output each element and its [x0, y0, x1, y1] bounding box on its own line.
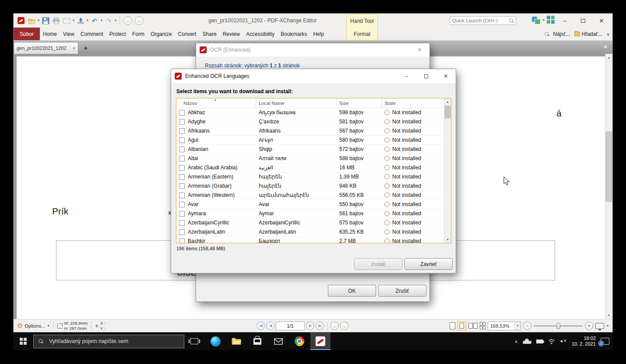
zoom-in-button[interactable]: + [585, 322, 593, 330]
taskbar-search-box[interactable]: Vyhľadávaný pojem napíšte sem [33, 335, 184, 348]
table-header[interactable]: ▲ Názov Local Name Size State [176, 98, 451, 108]
file-explorer-button[interactable] [226, 332, 246, 350]
ocr-dialog-titlebar[interactable]: OCR (Enhanced) ✕ [196, 43, 429, 56]
fit-page-icon[interactable] [457, 322, 466, 330]
language-row[interactable]: Armenian (Western)արեւմտահայերէն556,05 K… [176, 191, 451, 200]
menu-item-help[interactable]: Help [310, 28, 327, 40]
zoom-slider[interactable] [534, 322, 583, 330]
battery-icon[interactable] [536, 340, 543, 343]
zoom-combo[interactable]: 168,53% ▾ [488, 322, 521, 330]
ui-options-dropdown-icon[interactable]: ▾ [543, 18, 545, 22]
options-dropdown-icon[interactable]: ▾ [48, 324, 49, 328]
action-center-icon[interactable]: 1 [601, 338, 609, 345]
language-checkbox[interactable] [179, 147, 185, 152]
column-header-local-name[interactable]: Local Name [256, 98, 337, 108]
language-row[interactable]: AlbanianShqip572 bajtovNot installed [176, 145, 451, 154]
next-view-button[interactable]: → [340, 322, 348, 330]
view-dropdown-icon[interactable]: ▾ [607, 324, 608, 328]
options-gear-icon[interactable]: ⚙ [17, 322, 23, 329]
email-icon[interactable] [62, 16, 71, 25]
language-row[interactable]: Armenian (Grabar)հայերէն948 KBNot instal… [176, 182, 451, 191]
show-hidden-icons-button[interactable]: ∧ [515, 339, 518, 344]
tab-close-icon[interactable]: × [73, 46, 75, 51]
ui-options-icon[interactable] [531, 15, 541, 25]
language-checkbox[interactable] [179, 202, 185, 207]
open-folder-icon[interactable] [27, 16, 36, 25]
menu-item-view[interactable]: View [60, 28, 77, 40]
pdf-xchange-app-button[interactable] [310, 332, 331, 350]
menu-item-organize[interactable]: Organize [148, 28, 175, 40]
clock[interactable]: 18:02 10. 2. 2021 [572, 336, 596, 347]
language-row[interactable]: BashkirБашҡорт2,7 MBNot installed [176, 237, 451, 243]
task-view-button[interactable] [184, 332, 204, 350]
first-page-button[interactable]: |◀ [257, 322, 265, 330]
previous-view-button[interactable]: ← [331, 322, 339, 330]
language-row[interactable]: AvarAvar550 bajtovNot installed [176, 200, 451, 209]
table-scrollbar[interactable]: ▲ ▼ [444, 98, 451, 243]
language-row[interactable]: AdygheÇ'axıbze581 bajtovNot installed [176, 117, 451, 126]
menu-item-comment[interactable]: Comment [77, 28, 106, 40]
maximize-button[interactable] [574, 14, 592, 28]
open-dropdown-icon[interactable]: ▾ [38, 19, 39, 22]
menu-item-form[interactable]: Form [129, 28, 148, 40]
volume-muted-icon[interactable] [560, 339, 567, 344]
menu-item-share[interactable]: Share [200, 28, 220, 40]
dialog-maximize-icon[interactable] [416, 69, 436, 83]
install-button[interactable]: Install [354, 258, 402, 270]
zoom-slider-thumb[interactable] [556, 323, 560, 329]
language-checkbox[interactable] [179, 119, 185, 125]
multi-page-view-icon[interactable] [480, 322, 485, 329]
language-row[interactable]: AbkhazАҧсуа бызшәа598 bajtovNot installe… [176, 108, 451, 117]
ocr-close-icon[interactable]: ✕ [410, 43, 429, 56]
network-icon[interactable] [548, 339, 555, 344]
menu-item-sbor[interactable]: Súbor [14, 28, 40, 40]
quick-launch-box[interactable] [450, 16, 516, 25]
redo-dropdown-icon[interactable]: ▾ [115, 19, 116, 22]
page-number-field[interactable] [276, 322, 305, 330]
save-icon[interactable] [41, 16, 50, 25]
email-dropdown-icon[interactable]: ▾ [73, 19, 74, 22]
close-document-icon[interactable]: ✕ [601, 42, 610, 51]
language-checkbox[interactable] [179, 128, 185, 134]
language-checkbox[interactable] [179, 110, 185, 116]
minimize-button[interactable]: – [556, 14, 574, 28]
language-row[interactable]: AzerbaijaniLatinAzerbaijaniLatin635,25 K… [176, 228, 451, 237]
language-checkbox[interactable] [179, 211, 185, 217]
options-button[interactable]: Options... [25, 323, 45, 329]
last-page-button[interactable]: ▶| [316, 322, 324, 330]
vertical-scrollbar[interactable]: ▲ ▼ [605, 54, 612, 319]
scrollbar-thumb[interactable] [606, 132, 612, 202]
language-row[interactable]: AymaraAymar561 bajtovNot installed [176, 209, 451, 218]
hand-tool-button[interactable]: Hand Tool [346, 14, 378, 28]
find-button[interactable]: Nájsť... [544, 31, 570, 37]
language-row[interactable]: AfrikaansAfrikaans567 bajtovNot installe… [176, 126, 451, 136]
upload-icon[interactable] [76, 16, 85, 25]
close-dialog-button[interactable]: Zavrieť [404, 258, 453, 270]
language-checkbox[interactable] [179, 137, 185, 143]
menu-item-home[interactable]: Home [40, 28, 60, 40]
column-header-size[interactable]: Size [337, 98, 382, 108]
new-tab-button[interactable]: + [81, 43, 91, 52]
quick-launch-input[interactable] [450, 18, 509, 23]
menu-item-review[interactable]: Review [220, 28, 243, 40]
onedrive-icon[interactable] [523, 339, 531, 344]
language-checkbox[interactable] [179, 238, 185, 244]
next-page-button[interactable]: ▶ [306, 322, 314, 330]
language-checkbox[interactable] [179, 183, 185, 189]
languages-dialog-titlebar[interactable]: Enhanced OCR Languages – ✕ [171, 69, 456, 83]
column-header-state[interactable]: State [382, 98, 445, 108]
language-checkbox[interactable] [179, 192, 185, 198]
menu-item-protect[interactable]: Protect [106, 28, 129, 40]
language-row[interactable]: AgulАгъул580 bajtovNot installed [176, 136, 451, 145]
close-button[interactable]: ✕ [592, 14, 611, 28]
menu-item-convert[interactable]: Convert [175, 28, 200, 40]
launch-applications-icon[interactable] [547, 16, 556, 24]
language-row[interactable]: AltaiАлтай тили588 bajtovNot installed [176, 154, 451, 163]
tab-format[interactable]: Format [346, 28, 378, 41]
language-checkbox[interactable] [179, 174, 185, 180]
language-checkbox[interactable] [179, 220, 185, 226]
scroll-down-icon[interactable]: ▼ [605, 312, 612, 319]
zoom-dropdown-icon[interactable]: ▾ [514, 322, 520, 330]
two-page-view-icon[interactable] [468, 323, 478, 329]
fullscreen-icon[interactable] [595, 323, 604, 329]
